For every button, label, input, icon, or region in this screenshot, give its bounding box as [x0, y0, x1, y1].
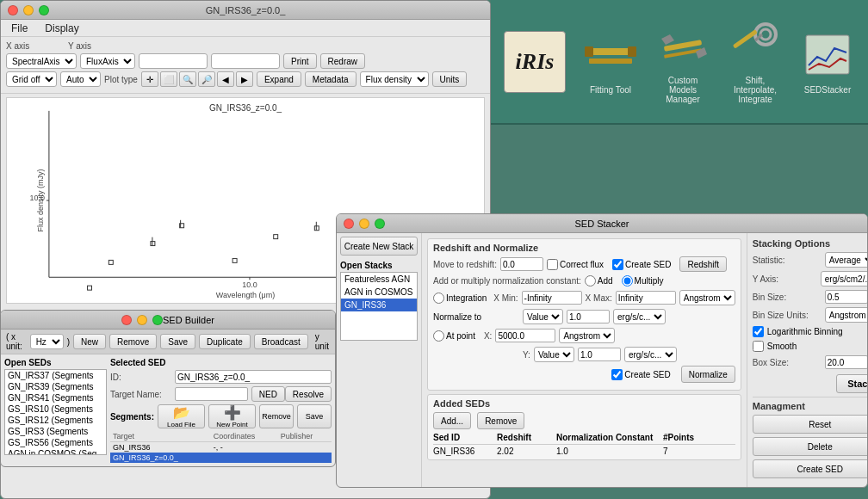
- table-row[interactable]: GN_IRS36 -, -: [110, 442, 332, 453]
- sed-item-0[interactable]: GN_IRS37 (Segments: [5, 370, 106, 381]
- stack-btn[interactable]: Stack!: [836, 374, 868, 393]
- reset-btn[interactable]: Reset: [753, 415, 868, 434]
- sed-builder-max[interactable]: [152, 315, 163, 325]
- stacker-max[interactable]: [375, 219, 385, 229]
- table-row-selected[interactable]: GN_IRS36_z=0.0_: [110, 453, 332, 463]
- sed-remove-btn[interactable]: Remove: [109, 334, 157, 349]
- sed-broadcast-btn[interactable]: Broadcast: [254, 334, 308, 349]
- create-sed-2-checkbox[interactable]: [611, 369, 623, 380]
- menu-file[interactable]: File: [8, 21, 31, 36]
- sed-stacker-launcher-icon[interactable]: SEDStacker: [800, 28, 855, 95]
- stack-item-0[interactable]: Featureless AGN: [341, 273, 417, 286]
- ned-btn[interactable]: NED: [251, 386, 285, 402]
- metadata-button[interactable]: Metadata: [305, 71, 356, 87]
- close-button[interactable]: [8, 5, 18, 15]
- plot-tool-zoom-out[interactable]: 🔎: [198, 71, 215, 87]
- multiply-radio[interactable]: [622, 275, 633, 286]
- svg-rect-22: [585, 46, 593, 57]
- target-publisher-cell: [278, 442, 332, 453]
- menu-display[interactable]: Display: [41, 21, 82, 36]
- y-axis-select[interactable]: FluxAxis: [80, 53, 135, 69]
- y-input[interactable]: [211, 53, 280, 69]
- plot-tool-zoom-rect[interactable]: ⬜: [160, 71, 177, 87]
- sed-save-btn[interactable]: Save: [160, 334, 195, 349]
- add-radio[interactable]: [585, 275, 596, 286]
- stack-item-2[interactable]: GN_IRS36: [341, 299, 417, 311]
- integration-radio[interactable]: [433, 293, 444, 304]
- plot-tool-zoom-in[interactable]: 🔍: [179, 71, 196, 87]
- grid-select[interactable]: Grid off: [6, 71, 57, 87]
- at-point-y-input[interactable]: [578, 348, 621, 361]
- x-unit-select[interactable]: Hz: [30, 334, 64, 349]
- angstrom-select[interactable]: Angstrom: [679, 290, 735, 305]
- redshift-input[interactable]: [500, 257, 543, 271]
- sed-new-btn[interactable]: New: [73, 334, 106, 349]
- create-sed-final-btn[interactable]: Create SED: [753, 459, 868, 478]
- statistic-select[interactable]: Average: [825, 252, 868, 268]
- box-size-input[interactable]: [825, 355, 868, 369]
- sed-id-input[interactable]: [175, 370, 332, 384]
- stacker-min[interactable]: [359, 219, 369, 229]
- sed-item-3[interactable]: GS_IRS10 (Segments: [5, 404, 106, 415]
- create-sed-checkbox[interactable]: [612, 259, 623, 270]
- segment-remove-btn[interactable]: Remove: [259, 404, 294, 428]
- sed-item-6[interactable]: GS_IRS56 (Segments: [5, 437, 106, 448]
- at-point-angstrom-select[interactable]: Angstrom: [559, 328, 615, 343]
- at-point-y-unit-select[interactable]: erg/s/c...: [624, 347, 677, 362]
- resolve-btn[interactable]: Resolve: [285, 386, 332, 402]
- flux-density-select[interactable]: Flux density: [360, 71, 429, 87]
- remove-sed-btn[interactable]: Remove: [477, 412, 524, 429]
- open-stacks-list[interactable]: Featureless AGN AGN in COSMOS GN_IRS36: [340, 272, 418, 341]
- redshift-btn[interactable]: Redshift: [679, 256, 727, 272]
- print-button[interactable]: Print: [283, 53, 317, 69]
- units-button[interactable]: Units: [432, 71, 468, 87]
- stack-item-1[interactable]: AGN in COSMOS: [341, 286, 417, 299]
- fitting-tool-icon[interactable]: Fitting Tool: [583, 28, 638, 95]
- add-sed-btn[interactable]: Add...: [433, 412, 471, 429]
- shift-icon[interactable]: Shift, Interpolate, Integrate: [728, 19, 783, 104]
- bin-units-select[interactable]: Angstrom: [825, 307, 868, 323]
- log-binning-checkbox[interactable]: [753, 326, 764, 337]
- sed-item-7[interactable]: AGN in COSMOS (Seg: [5, 448, 106, 455]
- minimize-button[interactable]: [23, 5, 34, 15]
- custom-models-icon[interactable]: Custom Models Manager: [655, 19, 710, 104]
- open-seds-list[interactable]: GN_IRS37 (Segments GN_IRS39 (Segments GN…: [4, 369, 107, 455]
- load-file-btn[interactable]: 📂 Load File: [158, 404, 205, 428]
- x-axis-select[interactable]: SpectralAxis: [6, 53, 77, 69]
- plot-tool-crosshair[interactable]: ✛: [141, 71, 158, 87]
- sed-builder-min[interactable]: [137, 315, 147, 325]
- custom-models-label: Custom Models Manager: [655, 76, 710, 104]
- maximize-button[interactable]: [39, 5, 49, 15]
- redraw-button[interactable]: Redraw: [320, 53, 365, 69]
- sed-duplicate-btn[interactable]: Duplicate: [199, 334, 251, 349]
- x-input[interactable]: [139, 53, 208, 69]
- at-point-x-input[interactable]: [495, 329, 555, 342]
- at-point-radio[interactable]: [433, 330, 444, 342]
- normalize-btn[interactable]: Normalize: [681, 366, 735, 383]
- at-point-y-type-select[interactable]: Value: [534, 347, 574, 362]
- sed-item-5[interactable]: GS_IRS3 (Segments: [5, 426, 106, 437]
- x-max-input[interactable]: [616, 291, 676, 305]
- normalize-value-select[interactable]: Value: [523, 309, 563, 324]
- delete-btn[interactable]: Delete: [753, 437, 868, 456]
- segment-save-btn[interactable]: Save: [297, 404, 332, 428]
- sed-item-2[interactable]: GN_IRS41 (Segments: [5, 392, 106, 404]
- smooth-checkbox[interactable]: [753, 341, 764, 352]
- plot-tool-pan-right[interactable]: ▶: [236, 71, 253, 87]
- sed-item-4[interactable]: GS_IRS12 (Segments: [5, 415, 106, 426]
- expand-button[interactable]: Expand: [257, 71, 301, 87]
- normalize-unit-select[interactable]: erg/s/c...: [613, 309, 666, 324]
- create-new-stack-btn[interactable]: Create New Stack: [340, 237, 418, 256]
- x-min-input[interactable]: [522, 291, 582, 305]
- plot-tool-pan-left[interactable]: ◀: [217, 71, 234, 87]
- sed-item-1[interactable]: GN_IRS39 (Segments: [5, 381, 106, 392]
- normalize-value-input[interactable]: [567, 310, 610, 323]
- correct-flux-checkbox[interactable]: [547, 259, 558, 270]
- sed-builder-close[interactable]: [121, 315, 132, 325]
- new-point-btn[interactable]: ➕ New Point: [208, 404, 256, 428]
- stacker-y-axis-select[interactable]: erg/s/cm2/...: [821, 271, 868, 286]
- target-name-input[interactable]: [175, 387, 248, 401]
- bin-size-input[interactable]: [825, 290, 868, 304]
- stacker-close[interactable]: [344, 219, 354, 229]
- auto-select[interactable]: Auto: [60, 71, 101, 87]
